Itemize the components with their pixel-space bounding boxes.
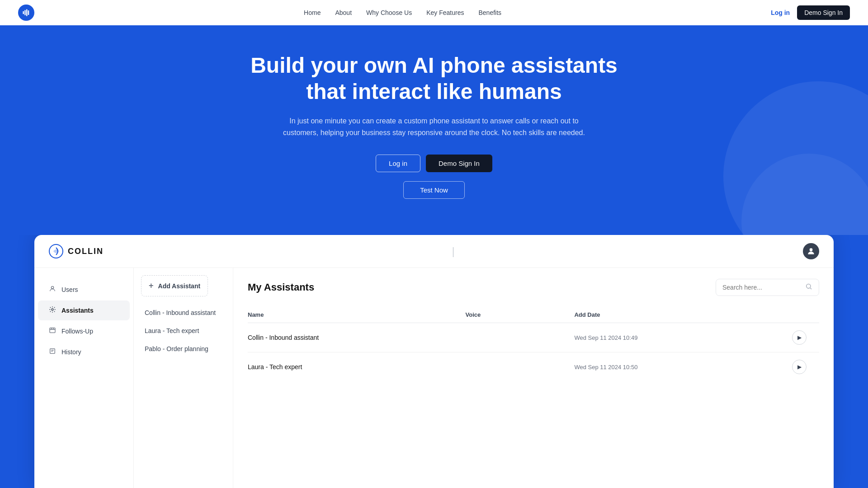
list-item[interactable]: Pablo - Order planning (134, 340, 233, 358)
followsup-icon (49, 327, 56, 336)
sidebar-assistants-label: Assistants (61, 307, 94, 314)
nav-why[interactable]: Why Choose Us (366, 9, 412, 16)
app-body: Users Assistants Follows-Up (34, 268, 834, 488)
col-action (792, 311, 819, 318)
svg-rect-2 (26, 9, 28, 16)
col-date: Add Date (574, 311, 792, 318)
history-icon (49, 347, 56, 357)
hero-login-button[interactable]: Log in (376, 155, 420, 172)
navbar: Home About Why Choose Us Key Features Be… (0, 0, 868, 25)
sidebar-item-followsup[interactable]: Follows-Up (38, 321, 130, 341)
app-logo-text: COLLIN (68, 247, 104, 256)
main-content: My Assistants Name Voice Add Date (233, 268, 834, 488)
add-assistant-label: Add Assistant (158, 282, 201, 290)
col-voice: Voice (466, 311, 575, 318)
hero-section: Build your own AI phone assistants that … (0, 25, 868, 235)
plus-icon: + (149, 281, 154, 291)
play-button[interactable] (792, 360, 807, 374)
hero-headline: Build your own AI phone assistants that … (231, 52, 637, 104)
hero-test-button[interactable]: Test Now (403, 181, 465, 199)
search-icon (805, 283, 812, 292)
app-logo: COLLIN (49, 244, 104, 258)
sidebar: Users Assistants Follows-Up (34, 268, 134, 488)
app-header-divider: | (452, 245, 454, 258)
play-icon (797, 364, 802, 370)
users-icon (49, 285, 56, 294)
svg-point-6 (51, 286, 53, 289)
app-mockup: COLLIN | Users (34, 235, 834, 488)
search-input[interactable] (722, 284, 802, 291)
user-avatar[interactable] (803, 243, 819, 259)
row-date: Wed Sep 11 2024 10:49 (574, 334, 792, 341)
col-name: Name (248, 311, 466, 318)
main-header: My Assistants (248, 279, 819, 296)
nav-about[interactable]: About (335, 9, 352, 16)
svg-point-10 (807, 284, 811, 288)
row-name: Laura - Tech expert (248, 363, 466, 371)
hero-subtext: In just one minute you can create a cust… (276, 115, 592, 138)
svg-rect-0 (23, 11, 24, 14)
sidebar-followsup-label: Follows-Up (61, 328, 93, 335)
assistants-icon (49, 306, 56, 315)
nav-demo-button[interactable]: Demo Sign In (797, 5, 850, 20)
assistant-list-panel: + Add Assistant Collin - Inbound assista… (134, 268, 233, 488)
sidebar-users-label: Users (61, 286, 78, 293)
sidebar-item-users[interactable]: Users (38, 280, 130, 300)
svg-point-5 (810, 249, 813, 252)
add-assistant-button[interactable]: + Add Assistant (141, 275, 208, 296)
hero-circle2-decoration (741, 154, 868, 235)
search-box (716, 279, 819, 296)
nav-actions: Log in Demo Sign In (771, 5, 850, 20)
app-logo-icon (49, 244, 63, 258)
hero-circle-decoration (723, 81, 868, 235)
play-icon (797, 334, 802, 341)
table-row: Laura - Tech expert Wed Sep 11 2024 10:5… (248, 352, 819, 381)
hero-primary-buttons: Log in Demo Sign In (376, 155, 492, 172)
row-date: Wed Sep 11 2024 10:50 (574, 364, 792, 371)
play-button[interactable] (792, 330, 807, 345)
nav-login-link[interactable]: Log in (771, 9, 790, 16)
nav-benefits[interactable]: Benefits (478, 9, 501, 16)
table-header: Name Voice Add Date (248, 307, 819, 323)
list-item[interactable]: Collin - Inbound assistant (134, 304, 233, 322)
logo-icon (18, 5, 34, 21)
nav-logo (18, 5, 34, 21)
sidebar-history-label: History (61, 348, 81, 356)
svg-rect-1 (24, 10, 26, 15)
svg-rect-8 (50, 328, 55, 333)
hero-demo-button[interactable]: Demo Sign In (426, 155, 492, 172)
app-header: COLLIN | (34, 235, 834, 268)
svg-point-7 (52, 309, 53, 310)
list-item[interactable]: Laura - Tech expert (134, 322, 233, 340)
sidebar-item-assistants[interactable]: Assistants (38, 300, 130, 320)
nav-features[interactable]: Key Features (426, 9, 464, 16)
svg-rect-3 (28, 10, 29, 15)
row-name: Collin - Inbound assistant (248, 334, 466, 341)
table-row: Collin - Inbound assistant Wed Sep 11 20… (248, 323, 819, 352)
nav-home[interactable]: Home (304, 9, 321, 16)
sidebar-item-history[interactable]: History (38, 342, 130, 362)
main-title: My Assistants (248, 282, 314, 293)
nav-links: Home About Why Choose Us Key Features Be… (304, 9, 501, 16)
